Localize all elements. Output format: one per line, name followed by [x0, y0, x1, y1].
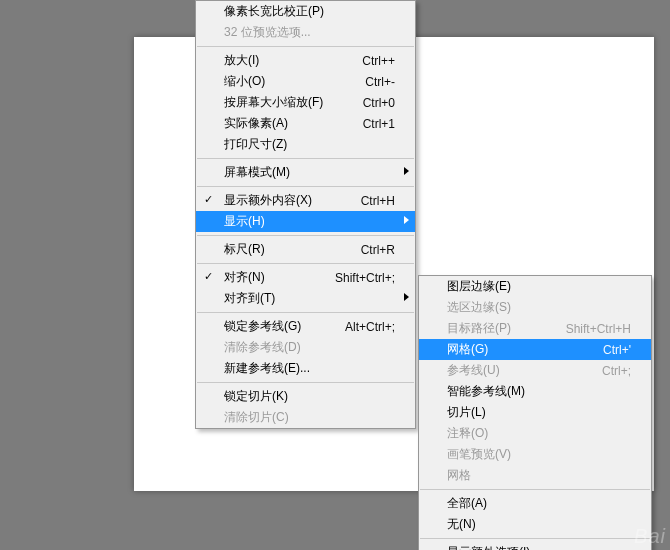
- menu-item-lock-slices[interactable]: 锁定切片(K): [196, 386, 415, 407]
- menu-separator: [197, 186, 414, 187]
- submenu-item-guides[interactable]: 参考线(U)Ctrl+;: [419, 360, 651, 381]
- submenu-item-mesh[interactable]: 网格: [419, 465, 651, 486]
- submenu-arrow-icon: [404, 216, 409, 224]
- menu-item-zoom-out[interactable]: 缩小(O)Ctrl+-: [196, 71, 415, 92]
- menu-item-clear-slices[interactable]: 清除切片(C): [196, 407, 415, 428]
- submenu-item-all[interactable]: 全部(A): [419, 493, 651, 514]
- submenu-item-slices[interactable]: 切片(L): [419, 402, 651, 423]
- submenu-item-grid[interactable]: 网格(G)Ctrl+': [419, 339, 651, 360]
- menu-item-clear-guides[interactable]: 清除参考线(D): [196, 337, 415, 358]
- menu-item-screen-mode[interactable]: 屏幕模式(M): [196, 162, 415, 183]
- menu-item-zoom-in[interactable]: 放大(I)Ctrl++: [196, 50, 415, 71]
- submenu-item-brush-preview[interactable]: 画笔预览(V): [419, 444, 651, 465]
- submenu-item-none[interactable]: 无(N): [419, 514, 651, 535]
- checkmark-icon: ✓: [204, 270, 213, 283]
- menu-item-new-guide[interactable]: 新建参考线(E)...: [196, 358, 415, 379]
- submenu-item-target-path[interactable]: 目标路径(P)Shift+Ctrl+H: [419, 318, 651, 339]
- menu-item-fit-screen[interactable]: 按屏幕大小缩放(F)Ctrl+0: [196, 92, 415, 113]
- menu-separator: [197, 46, 414, 47]
- menu-separator: [197, 382, 414, 383]
- menu-separator: [420, 489, 650, 490]
- menu-item-extras[interactable]: ✓显示额外内容(X)Ctrl+H: [196, 190, 415, 211]
- menu-separator: [420, 538, 650, 539]
- submenu-item-selection-edges[interactable]: 选区边缘(S): [419, 297, 651, 318]
- menu-item-actual-pixels[interactable]: 实际像素(A)Ctrl+1: [196, 113, 415, 134]
- menu-separator: [197, 312, 414, 313]
- submenu-arrow-icon: [404, 293, 409, 301]
- view-menu: 像素长宽比校正(P) 32 位预览选项... 放大(I)Ctrl++ 缩小(O)…: [195, 0, 416, 429]
- show-submenu: 图层边缘(E) 选区边缘(S) 目标路径(P)Shift+Ctrl+H 网格(G…: [418, 275, 652, 550]
- menu-separator: [197, 263, 414, 264]
- menu-item-snap-to[interactable]: 对齐到(T): [196, 288, 415, 309]
- menu-item-show[interactable]: 显示(H): [196, 211, 415, 232]
- menu-item-lock-guides[interactable]: 锁定参考线(G)Alt+Ctrl+;: [196, 316, 415, 337]
- checkmark-icon: ✓: [204, 193, 213, 206]
- submenu-item-smart-guides[interactable]: 智能参考线(M): [419, 381, 651, 402]
- submenu-item-layer-edges[interactable]: 图层边缘(E): [419, 276, 651, 297]
- menu-item-snap[interactable]: ✓对齐(N)Shift+Ctrl+;: [196, 267, 415, 288]
- menu-item-pixel-aspect[interactable]: 像素长宽比校正(P): [196, 1, 415, 22]
- menu-item-rulers[interactable]: 标尺(R)Ctrl+R: [196, 239, 415, 260]
- menu-separator: [197, 235, 414, 236]
- menu-separator: [197, 158, 414, 159]
- menu-item-print-size[interactable]: 打印尺寸(Z): [196, 134, 415, 155]
- menu-item-32bit-preview[interactable]: 32 位预览选项...: [196, 22, 415, 43]
- submenu-item-show-extras-options[interactable]: 显示额外选项(I)...: [419, 542, 651, 550]
- submenu-item-notes[interactable]: 注释(O): [419, 423, 651, 444]
- watermark: Bai: [634, 525, 666, 548]
- submenu-arrow-icon: [404, 167, 409, 175]
